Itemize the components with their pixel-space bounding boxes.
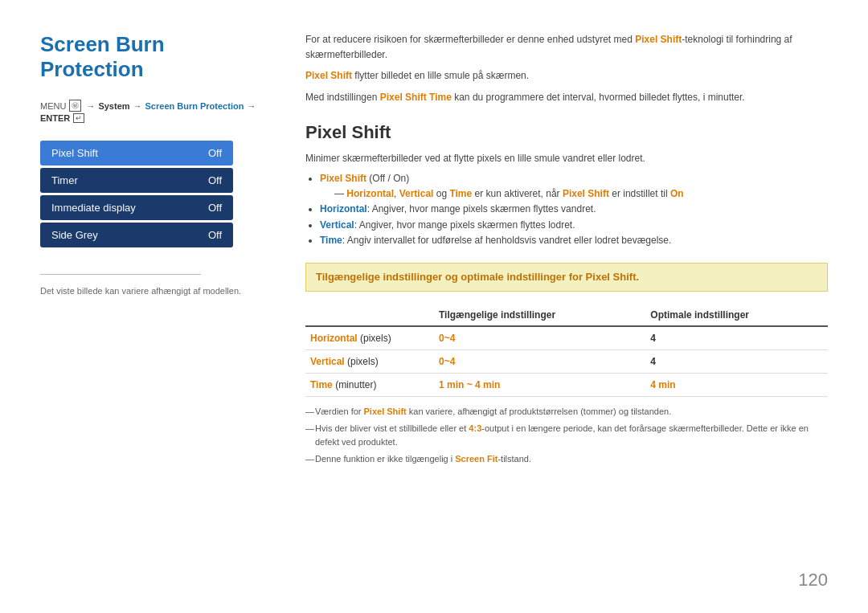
table-cell-vertical-optimal: 4 [645,350,828,374]
footnote-right-3: Denne funktion er ikke tilgængelig i Scr… [305,452,828,466]
sub-rest2: er indstillet til [609,188,670,199]
bullet-vertical-rest: : Angiver, hvor mange pixels skærmen fly… [354,219,575,231]
fn3-text: Denne funktion er ikke tilgængelig i [315,454,455,464]
fn3-bold: Screen Fit [455,454,497,464]
sub-bullet-list: Horizontal, Vertical og Time er kun akti… [334,186,828,202]
menu-item-side-grey[interactable]: Side Grey Off [40,223,233,247]
system-label: System [98,101,129,111]
intro-paragraph-3: Med indstillingen Pixel Shift Time kan d… [305,90,828,105]
intro2-rest: flytter billedet en lille smule på skærm… [352,70,529,81]
fn1-bold: Pixel Shift [364,407,407,416]
page-number: 120 [798,570,828,591]
screen-burn-label: Screen Burn Protection [145,101,244,111]
menu-icon: ㊙ [69,100,81,112]
pixel-shift-section-title: Pixel Shift [305,122,828,143]
menu-keyword: MENU [40,101,66,111]
sub-horizontal: Horizontal [346,188,394,199]
fn2-bold: 4:3 [469,423,481,433]
bullet-pixel-shift-rest: (Off / On) [366,173,409,184]
pixel-shift-value: Off [208,147,222,159]
intro1-text: For at reducere risikoen for skærmefterb… [305,34,635,45]
enter-icon: ↵ [73,113,84,123]
timer-label: Timer [51,174,78,186]
bullet-horizontal-rest: : Angiver, hvor mange pixels skærmen fly… [367,203,596,215]
menu-path: MENU ㊙ → System → Screen Burn Protection… [40,100,265,123]
divider [40,274,201,275]
table-cell-horizontal-label: Horizontal (pixels) [305,326,434,350]
table-cell-time-label: Time (minutter) [305,374,434,397]
page-title: Screen Burn Protection [40,32,265,82]
fn2-text: Hvis der bliver vist et stillbillede ell… [315,423,469,433]
sub-og: og [433,188,449,199]
sub-pixel-shift: Pixel Shift [563,188,609,199]
bullet-item-pixel-shift: Pixel Shift (Off / On) Horizontal, Verti… [320,171,828,202]
bullet-time-label: Time [320,235,342,246]
bullet-list: Pixel Shift (Off / On) Horizontal, Verti… [320,171,828,248]
timer-value: Off [208,174,222,186]
bullet-item-vertical: Vertical: Angiver, hvor mange pixels skæ… [320,218,828,233]
enter-label: ENTER [40,113,70,123]
table-row-vertical: Vertical (pixels) 0~4 4 [305,350,828,374]
body-paragraph-1: Minimer skærmefterbilleder ved at flytte… [305,151,828,166]
intro-paragraph-2: Pixel Shift flytter billedet en lille sm… [305,68,828,84]
bullet-horizontal-label: Horizontal [320,203,367,215]
fn3-rest: -tilstand. [497,454,531,464]
fn1-rest: kan variere, afhængigt af produktstørrel… [407,407,672,416]
side-grey-label: Side Grey [51,229,98,241]
highlight-box: Tilgængelige indstillinger og optimale i… [305,263,828,292]
left-footnote: Det viste billede kan variere afhængigt … [40,286,265,296]
table-cell-time-optimal: 4 min [645,374,828,397]
immediate-display-value: Off [208,202,222,214]
table-cell-vertical-available: 0~4 [434,350,645,374]
table-row-time: Time (minutter) 1 min ~ 4 min 4 min [305,374,828,397]
intro2-bold: Pixel Shift [305,70,352,81]
side-grey-value: Off [208,229,222,241]
sub-time: Time [449,188,472,199]
bullet-item-horizontal: Horizontal: Angiver, hvor mange pixels s… [320,202,828,217]
table-cell-horizontal-optimal: 4 [645,326,828,350]
sub-rest: er kun aktiveret, når [472,188,563,199]
menu-box: Pixel Shift Off Timer Off Immediate disp… [40,141,233,250]
sub-vertical: Vertical [399,188,434,199]
intro3-bold: Pixel Shift Time [380,92,452,103]
right-column: For at reducere risikoen for skærmefterb… [289,32,828,581]
intro-paragraph-1: For at reducere risikoen for skærmefterb… [305,32,828,62]
menu-item-immediate-display[interactable]: Immediate display Off [40,195,233,220]
sub-bullet-item: Horizontal, Vertical og Time er kun akti… [334,186,828,202]
footnote-right-2: Hvis der bliver vist et stillbillede ell… [305,422,828,449]
menu-item-timer[interactable]: Timer Off [40,168,233,193]
table-cell-horizontal-available: 0~4 [434,326,645,350]
pixel-shift-label: Pixel Shift [51,147,98,159]
intro3-text: Med indstillingen [305,92,380,103]
sub-comma: , [394,188,399,199]
bullet-time-rest: : Angiv intervallet for udførelse af hen… [342,235,672,246]
intro3-rest: kan du programmere det interval, hvormed… [452,92,745,103]
intro1-bold: Pixel Shift [635,34,682,45]
right-footnotes: Værdien for Pixel Shift kan variere, afh… [305,405,828,469]
bullet-pixel-shift-label: Pixel Shift [320,173,366,184]
bullet-item-time: Time: Angiv intervallet for udførelse af… [320,233,828,248]
left-column: Screen Burn Protection MENU ㊙ → System →… [40,32,289,581]
immediate-display-label: Immediate display [51,202,136,214]
bullet-vertical-label: Vertical [320,219,354,231]
table-cell-time-available: 1 min ~ 4 min [434,374,645,397]
sub-on: On [670,188,684,199]
menu-item-pixel-shift[interactable]: Pixel Shift Off [40,141,233,166]
fn1-text: Værdien for [315,407,364,416]
table-row-horizontal: Horizontal (pixels) 0~4 4 [305,326,828,350]
table-cell-vertical-label: Vertical (pixels) [305,350,434,374]
settings-table: Tilgængelige indstillinger Optimale inds… [305,304,828,397]
footnote-right-1: Værdien for Pixel Shift kan variere, afh… [305,405,828,419]
table-header-available: Tilgængelige indstillinger [434,304,645,326]
table-header-empty [305,304,434,326]
table-header-optimal: Optimale indstillinger [645,304,828,326]
